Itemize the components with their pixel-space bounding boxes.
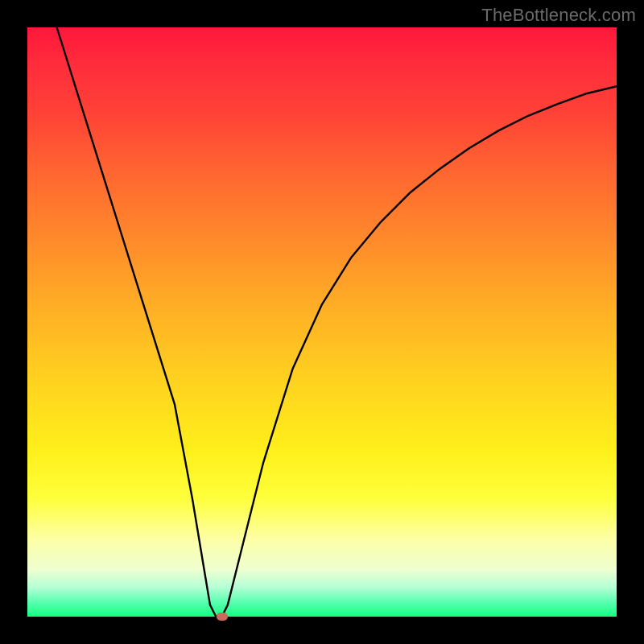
- minimum-marker: [217, 613, 228, 621]
- chart-frame: TheBottleneck.com: [0, 0, 644, 644]
- plot-area: [27, 27, 617, 617]
- bottleneck-curve: [27, 27, 617, 617]
- watermark-text: TheBottleneck.com: [481, 5, 636, 26]
